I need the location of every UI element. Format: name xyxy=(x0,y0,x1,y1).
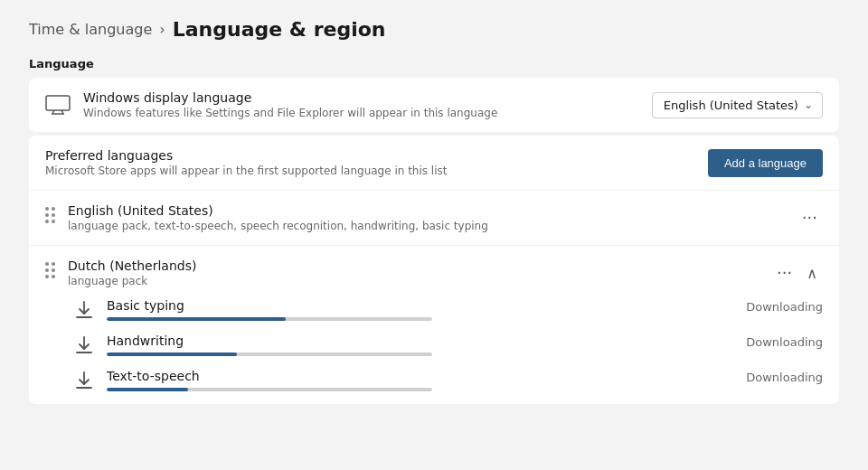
basic-typing-status: Downloading xyxy=(746,298,823,314)
windows-display-title: Windows display language xyxy=(83,90,652,105)
tts-info: Text-to-speech xyxy=(107,369,746,391)
dropdown-value: English (United States) xyxy=(664,99,798,112)
drag-handle-dutch[interactable] xyxy=(45,262,55,278)
language-entry-dutch: Dutch (Netherlands) language pack ··· ∧ xyxy=(29,246,839,404)
breadcrumb-parent[interactable]: Time & language xyxy=(29,21,152,38)
handwriting-progress-bar xyxy=(107,352,432,356)
add-language-button[interactable]: Add a language xyxy=(708,149,823,177)
monitor-icon xyxy=(45,95,71,115)
preferred-languages-text: Preferred languages Microsoft Store apps… xyxy=(45,148,708,177)
handwriting-status: Downloading xyxy=(746,334,823,349)
windows-display-control: English (United States) ⌄ xyxy=(652,92,823,118)
dutch-info: Dutch (Netherlands) language pack xyxy=(68,258,771,287)
dutch-collapse-button[interactable]: ∧ xyxy=(801,263,823,284)
preferred-languages-title: Preferred languages xyxy=(45,148,708,163)
drag-handle-english[interactable] xyxy=(45,207,55,223)
basic-typing-progress-bar xyxy=(107,317,432,321)
basic-typing-download: Basic typing Downloading xyxy=(74,298,823,321)
windows-display-subtitle: Windows features like Settings and File … xyxy=(83,107,652,119)
dutch-name: Dutch (Netherlands) xyxy=(68,258,771,273)
tts-progress-fill xyxy=(107,388,188,391)
english-more-options[interactable]: ··· xyxy=(797,208,823,228)
download-icon-basic-typing xyxy=(74,300,94,320)
english-name: English (United States) xyxy=(68,203,797,218)
dutch-features: language pack xyxy=(68,275,771,287)
dutch-download-items: Basic typing Downloading xyxy=(45,298,823,391)
english-info: English (United States) language pack, t… xyxy=(68,203,797,232)
english-features: language pack, text-to-speech, speech re… xyxy=(68,220,797,232)
handwriting-download: Handwriting Downloading xyxy=(74,334,823,356)
page-title: Language & region xyxy=(173,18,386,41)
language-dropdown[interactable]: English (United States) ⌄ xyxy=(652,92,823,118)
basic-typing-name: Basic typing xyxy=(107,298,746,313)
chevron-down-icon: ⌄ xyxy=(804,99,813,111)
basic-typing-info: Basic typing xyxy=(107,298,746,321)
tts-status: Downloading xyxy=(746,369,823,384)
dutch-more-options[interactable]: ··· xyxy=(771,263,797,283)
windows-display-language-card: Windows display language Windows feature… xyxy=(29,78,839,132)
preferred-languages-card: Preferred languages Microsoft Store apps… xyxy=(29,136,839,404)
breadcrumb: Time & language › Language & region xyxy=(29,18,839,41)
download-icon-tts xyxy=(74,371,94,390)
tts-name: Text-to-speech xyxy=(107,369,746,383)
preferred-languages-header: Preferred languages Microsoft Store apps… xyxy=(29,136,839,190)
language-list: English (United States) language pack, t… xyxy=(29,190,839,404)
dutch-entry-top: Dutch (Netherlands) language pack ··· ∧ xyxy=(45,258,823,287)
handwriting-info: Handwriting xyxy=(107,334,746,356)
preferred-languages-subtitle: Microsoft Store apps will appear in the … xyxy=(45,164,708,177)
basic-typing-progress-fill xyxy=(107,317,286,321)
windows-display-language-row: Windows display language Windows feature… xyxy=(29,78,839,132)
tts-progress-bar xyxy=(107,388,432,391)
breadcrumb-separator: › xyxy=(159,21,165,38)
windows-display-text: Windows display language Windows feature… xyxy=(83,90,652,119)
handwriting-progress-fill xyxy=(107,352,237,356)
language-section-label: Language xyxy=(29,57,839,70)
language-entry-english: English (United States) language pack, t… xyxy=(29,191,839,246)
download-icon-handwriting xyxy=(74,335,94,355)
handwriting-name: Handwriting xyxy=(107,334,746,348)
text-to-speech-download: Text-to-speech Downloading xyxy=(74,369,823,391)
svg-rect-0 xyxy=(46,96,70,110)
